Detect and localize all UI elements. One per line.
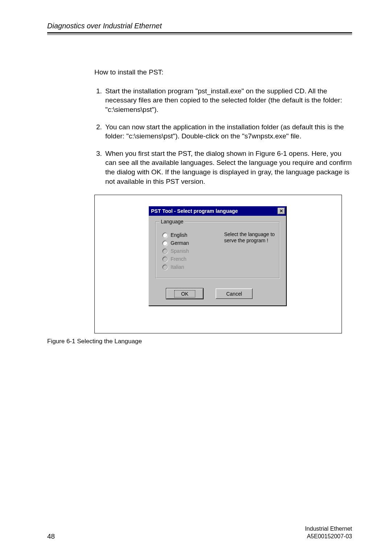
radio-spanish: Spanish <box>162 248 224 254</box>
close-button[interactable]: ✕ <box>278 208 285 214</box>
footer-line2: A5E00152007-03 <box>305 533 352 540</box>
radio-icon <box>162 264 168 270</box>
radio-icon <box>162 240 168 246</box>
page-number: 48 <box>47 532 55 540</box>
header-rule <box>47 32 352 35</box>
radio-label: French <box>171 256 187 262</box>
figure-caption: Figure 6-1 Selecting the Language <box>47 338 352 345</box>
page-footer: 48 Industrial Ethernet A5E00152007-03 <box>47 525 352 540</box>
radio-label: Spanish <box>171 248 189 254</box>
language-dialog: PST Tool - Select program language ✕ Lan… <box>148 206 286 306</box>
install-steps: Start the installation program "pst_inst… <box>94 86 352 186</box>
intro-text: How to install the PST: <box>94 68 352 77</box>
groupbox-legend: Language <box>159 219 185 224</box>
footer-line1: Industrial Ethernet <box>305 525 352 533</box>
radio-label: English <box>171 232 187 238</box>
close-icon: ✕ <box>279 209 283 213</box>
radio-icon <box>162 232 168 238</box>
language-groupbox: Language English German Spanish <box>155 222 279 278</box>
ok-button-label: OK <box>174 290 195 297</box>
cancel-button-label: Cancel <box>226 291 242 297</box>
radio-label: German <box>171 240 189 246</box>
radio-french: French <box>162 256 224 262</box>
radio-german[interactable]: German <box>162 240 224 246</box>
radio-icon <box>162 256 168 262</box>
radio-english[interactable]: English <box>162 232 224 238</box>
cancel-button[interactable]: Cancel <box>216 288 253 299</box>
page-header: Diagnostics over Industrial Ethernet <box>47 22 352 30</box>
step-item: When you first start the PST, the dialog… <box>104 149 352 186</box>
radio-label: Italian <box>171 264 184 270</box>
step-item: You can now start the application in the… <box>104 122 352 141</box>
dialog-title: PST Tool - Select program language <box>151 208 238 214</box>
radio-italian: Italian <box>162 264 224 270</box>
step-item: Start the installation program "pst_inst… <box>104 86 352 114</box>
radio-icon <box>162 248 168 254</box>
figure-frame: PST Tool - Select program language ✕ Lan… <box>94 195 342 333</box>
ok-button[interactable]: OK <box>166 288 203 299</box>
language-hint: Select the language to serve the program… <box>224 226 275 272</box>
dialog-titlebar: PST Tool - Select program language ✕ <box>149 206 286 216</box>
